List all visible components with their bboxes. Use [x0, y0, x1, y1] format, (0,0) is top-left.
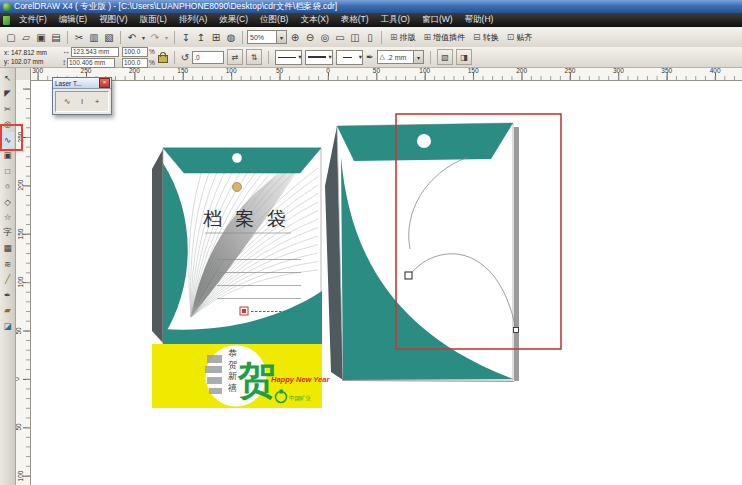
chevron-down-icon[interactable]: ▾	[328, 53, 331, 61]
application-launcher-icon[interactable]: ⊞	[209, 29, 223, 45]
laser-tools-palette[interactable]: Laser T... × ∿≀+	[52, 77, 112, 115]
menu-item-10[interactable]: 窗口(W)	[416, 14, 459, 26]
lock-ratio-icon[interactable]	[158, 55, 168, 63]
mirror-vertical-button[interactable]: ⇅	[246, 49, 262, 65]
envelope-right-shadow	[514, 127, 519, 381]
laser-node-icon[interactable]: ≀	[76, 97, 89, 106]
menu-item-1[interactable]: 编辑(E)	[53, 14, 93, 26]
chevron-down-icon[interactable]: ▾	[413, 51, 423, 63]
h-ruler-label: 250	[565, 67, 576, 74]
cut-icon[interactable]: ✂	[72, 29, 86, 45]
curve-node-end[interactable]	[514, 328, 519, 333]
save-icon[interactable]: ▣	[34, 29, 48, 45]
laser-move-icon[interactable]: +	[91, 97, 104, 106]
scale-y-field[interactable]: 100.0	[122, 58, 148, 68]
snap-button[interactable]: ⊡贴齐	[503, 32, 537, 43]
palette-titlebar[interactable]: Laser T... ×	[53, 78, 111, 89]
scale-x-field[interactable]: 100.0	[122, 47, 148, 57]
eyedropper-tool[interactable]: ╱	[1, 272, 14, 288]
menu-item-5[interactable]: 效果(C)	[213, 14, 254, 26]
new-document-icon[interactable]: ▢	[4, 29, 18, 45]
blend-tool[interactable]: ≋	[1, 256, 14, 272]
polygon-tool[interactable]: ◇	[1, 194, 14, 210]
welcome-screen-icon[interactable]: ◍	[224, 29, 238, 45]
menu-item-3[interactable]: 版面(L)	[134, 14, 173, 26]
chevron-down-icon[interactable]: ▾	[359, 53, 362, 61]
outline-pen-tool[interactable]: ✒	[1, 287, 14, 303]
copy-icon[interactable]: ▥	[87, 29, 101, 45]
text-tool[interactable]: 字	[1, 225, 14, 241]
redo-icon[interactable]: ↷	[148, 29, 162, 45]
envelope-title-text[interactable]: 档案袋	[203, 207, 299, 229]
start-arrowhead-select[interactable]: ▾	[275, 50, 302, 65]
zoom-page-height-icon[interactable]: ▯	[363, 29, 377, 45]
basic-shapes-tool[interactable]: ☆	[1, 210, 14, 226]
open-icon[interactable]: ▱	[19, 29, 33, 45]
menu-item-2[interactable]: 视图(V)	[93, 14, 133, 26]
line-sample	[308, 56, 326, 58]
undo-icon[interactable]: ↶	[125, 29, 139, 45]
menu-item-0[interactable]: 文件(F)	[13, 14, 53, 26]
print-icon[interactable]: ▤	[49, 29, 63, 45]
menu-item-6[interactable]: 位图(B)	[254, 14, 294, 26]
percent-label: %	[149, 48, 155, 55]
toolbox: ↖◤✂◎∿▣□○◇☆字▦≋╱✒▰◪	[0, 67, 16, 485]
interactive-fill-tool[interactable]: ◪	[1, 318, 14, 334]
chevron-down-icon[interactable]: ▾	[276, 31, 286, 43]
shape-tool[interactable]: ◤	[1, 86, 14, 102]
fill-tool[interactable]: ▰	[1, 303, 14, 319]
outline-width-value[interactable]: .2 mm	[385, 54, 413, 61]
end-arrowhead-select[interactable]: ▾	[336, 50, 363, 65]
mirror-horizontal-button[interactable]: ⇄	[227, 49, 243, 65]
object-width-field[interactable]: 123.543 mm	[71, 47, 119, 57]
object-position-readout: x: 147.812 mm y: 102.07 mm	[4, 48, 59, 66]
outline-style-select[interactable]: ▾	[305, 50, 332, 65]
zoom-level-combo[interactable]: 50% ▾	[247, 30, 287, 44]
import-icon[interactable]: ↧	[179, 29, 193, 45]
outline-width-combo[interactable]: △ .2 mm ▾	[377, 50, 424, 64]
object-height-field[interactable]: 100.406 mm	[67, 58, 115, 68]
smart-fill-tool[interactable]: ▣	[1, 148, 14, 164]
redo-dropdown-icon[interactable]: ▾	[163, 29, 170, 45]
vertical-ruler[interactable]: 25020015010050050100	[15, 80, 31, 485]
company-logo-mark	[242, 309, 246, 313]
plugins-button[interactable]: ⊞增值插件	[420, 32, 470, 43]
zoom-out-icon[interactable]: ⊖	[303, 29, 317, 45]
chevron-down-icon[interactable]: ▾	[298, 53, 301, 61]
export-icon[interactable]: ↥	[194, 29, 208, 45]
zoom-selected-icon[interactable]: ◎	[318, 29, 332, 45]
rotation-angle-field[interactable]: .0	[192, 51, 224, 64]
plugins-button-icon: ⊞	[424, 32, 432, 42]
zoom-tool[interactable]: ◎	[1, 117, 14, 133]
zoom-page-width-icon[interactable]: ◫	[348, 29, 362, 45]
crop-tool[interactable]: ✂	[1, 101, 14, 117]
envelope-design-left[interactable]: 档案袋	[152, 148, 322, 346]
zoom-in-icon[interactable]: ⊕	[288, 29, 302, 45]
format-button[interactable]: ◨	[456, 49, 472, 65]
standard-toolbar: ▢▱▣▤✂▥▧↶▾↷▾↧↥⊞◍ 50% ▾ ⊕⊖◎▭◫▯ ⊞排版⊞增值插件⊟转换…	[0, 27, 742, 48]
convert-button[interactable]: ⊟转换	[469, 32, 503, 43]
new-year-banner[interactable]: 恭贺新禧 贺 Happy New Year 中国矿业	[152, 344, 330, 408]
menu-item-4[interactable]: 排列(A)	[173, 14, 213, 26]
undo-dropdown-icon[interactable]: ▾	[140, 29, 147, 45]
menu-item-11[interactable]: 帮助(H)	[459, 14, 500, 26]
zoom-all-icon[interactable]: ▭	[333, 29, 347, 45]
horizontal-ruler[interactable]: 3002502001501005005010015020025030035040…	[15, 67, 742, 81]
wrap-paragraph-button[interactable]: ▧	[437, 49, 453, 65]
ruler-origin-box[interactable]	[15, 67, 31, 80]
curve-node-start[interactable]	[405, 272, 412, 279]
typeset-button[interactable]: ⊞排版	[386, 32, 420, 43]
close-icon[interactable]: ×	[99, 78, 110, 88]
table-tool[interactable]: ▦	[1, 241, 14, 257]
ellipse-tool[interactable]: ○	[1, 179, 14, 195]
rectangle-tool[interactable]: □	[1, 163, 14, 179]
menu-item-7[interactable]: 文本(X)	[294, 14, 334, 26]
paste-icon[interactable]: ▧	[102, 29, 116, 45]
menu-item-8[interactable]: 表格(T)	[335, 14, 375, 26]
laser-curve-icon[interactable]: ∿	[61, 97, 74, 106]
zoom-level-value[interactable]: 50%	[248, 34, 276, 41]
pick-tool[interactable]: ↖	[1, 70, 14, 86]
menu-item-9[interactable]: 工具(O)	[375, 14, 416, 26]
envelope-left-fold	[152, 149, 163, 343]
freehand-tool[interactable]: ∿	[1, 132, 14, 148]
